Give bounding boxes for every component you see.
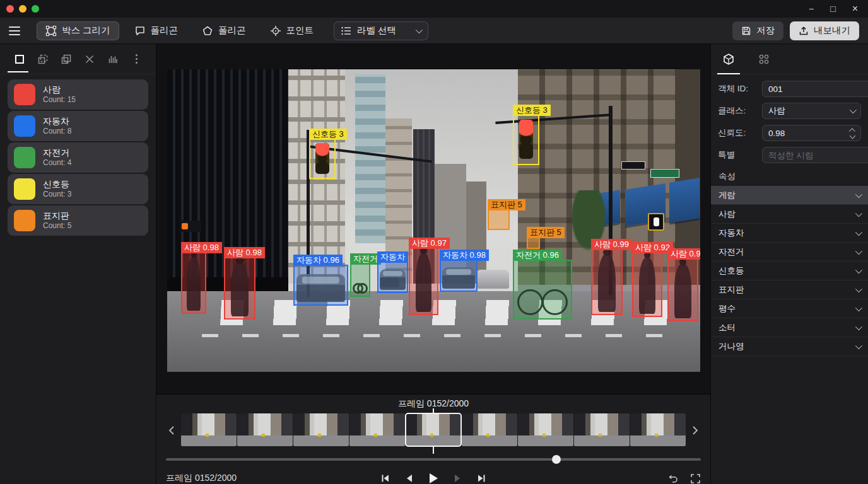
attribute-row-8[interactable]: 거나영 bbox=[711, 337, 868, 356]
bounding-box-자전거-11[interactable]: 자전거 0.96 bbox=[513, 260, 572, 320]
mac-zoom-icon[interactable] bbox=[32, 5, 39, 13]
special-input[interactable] bbox=[762, 147, 868, 163]
street-photo: 신호등 3신호등 3표지판 5표지판 5사람 0.98사람 0.98자동차 0.… bbox=[167, 69, 700, 372]
skip-start-button[interactable] bbox=[377, 470, 394, 484]
maximize-button[interactable]: □ bbox=[830, 4, 835, 13]
bounding-box-사람-14[interactable]: 사람 0.98 bbox=[667, 258, 698, 321]
person-shape bbox=[674, 263, 691, 318]
next-frame-button[interactable] bbox=[449, 470, 466, 484]
close-button[interactable]: × bbox=[852, 4, 858, 14]
object-id-input[interactable] bbox=[762, 81, 868, 97]
bounding-box-사람-5[interactable]: 사람 0.98 bbox=[224, 257, 255, 320]
frame-thumbnail-2[interactable] bbox=[293, 413, 349, 446]
save-button[interactable]: 저장 bbox=[732, 21, 783, 40]
tab-object[interactable] bbox=[711, 44, 746, 74]
class-item-2[interactable]: 자전거Count: 4 bbox=[8, 142, 148, 173]
frame-thumbnail-1[interactable] bbox=[237, 413, 293, 446]
box-label: 자전거 0.96 bbox=[513, 250, 562, 261]
label-select-dropdown[interactable]: 라벨 선택 bbox=[334, 21, 428, 40]
frame-thumbnail-3[interactable] bbox=[349, 413, 405, 446]
undo-icon[interactable] bbox=[668, 473, 679, 484]
previous-frame-button[interactable] bbox=[401, 470, 418, 484]
tool-draw-box[interactable]: 박스 그리기 bbox=[37, 21, 119, 40]
bounding-box-자동차-10[interactable]: 자동차 0.98 bbox=[440, 260, 478, 292]
bounding-box-사람-12[interactable]: 사람 0.99 bbox=[591, 249, 623, 315]
attribute-label: 사람 bbox=[718, 209, 736, 220]
class-item-0[interactable]: 사람Count: 15 bbox=[8, 79, 148, 110]
scrubber-track[interactable] bbox=[166, 458, 701, 461]
bounding-box-표지판-2[interactable]: 표지판 5 bbox=[488, 209, 510, 230]
tool-point[interactable]: 포인트 bbox=[261, 21, 323, 40]
bounding-box-신호등-1[interactable]: 신호등 3 bbox=[513, 115, 539, 165]
export-button[interactable]: 내보내기 bbox=[790, 21, 859, 40]
class-item-4[interactable]: 표지판Count: 5 bbox=[8, 205, 148, 236]
tab-cut[interactable] bbox=[78, 47, 101, 72]
scrubber[interactable] bbox=[166, 455, 701, 464]
confidence-stepper[interactable]: 0.98 bbox=[762, 125, 861, 141]
attribute-row-1[interactable]: 사람 bbox=[711, 205, 868, 224]
tab-copy[interactable] bbox=[31, 47, 54, 72]
menu-icon[interactable] bbox=[9, 23, 25, 39]
play-button[interactable] bbox=[425, 470, 442, 484]
filmstrip-next-icon[interactable] bbox=[689, 418, 701, 443]
scrubber-handle[interactable] bbox=[552, 455, 561, 464]
frame-thumbnail-6[interactable] bbox=[518, 413, 573, 446]
frame-thumbnail-7[interactable] bbox=[574, 413, 630, 446]
mac-close-icon[interactable] bbox=[6, 5, 14, 13]
attribute-label: 자동차 bbox=[718, 228, 744, 239]
frame-thumbnail-4[interactable] bbox=[406, 413, 461, 446]
bounding-box-자전거-7[interactable]: 자전거 bbox=[350, 263, 370, 297]
box-label: 표지판 5 bbox=[527, 227, 565, 238]
mac-minimize-icon[interactable] bbox=[19, 5, 26, 13]
bounding-box-사람-13[interactable]: 사람 0.92 bbox=[632, 252, 662, 317]
bounding-box-신호등-0[interactable]: 신호등 3 bbox=[309, 139, 336, 179]
class-item-3[interactable]: 신호등Count: 3 bbox=[8, 174, 148, 204]
tab-boxes[interactable] bbox=[8, 47, 31, 72]
box-label: 자동차 0.96 bbox=[293, 255, 343, 266]
attribute-row-5[interactable]: 표지판 bbox=[711, 280, 868, 299]
tab-stats[interactable] bbox=[101, 47, 124, 72]
minimize-button[interactable]: − bbox=[809, 4, 814, 13]
fullscreen-icon[interactable] bbox=[690, 473, 701, 484]
box-label: 사람 0.98 bbox=[181, 242, 222, 253]
attribute-label: 거나영 bbox=[718, 341, 744, 352]
tool-polygon-pentagon[interactable]: 폴리곤 bbox=[193, 21, 255, 40]
class-count: Count: 5 bbox=[43, 221, 71, 231]
bounding-box-사람-4[interactable]: 사람 0.98 bbox=[181, 252, 206, 314]
class-item-1[interactable]: 자동차Count: 8 bbox=[8, 111, 148, 141]
attribute-label: 신호등 bbox=[718, 265, 744, 277]
playback-controls bbox=[377, 470, 490, 484]
bounding-box-표지판-3[interactable]: 표지판 5 bbox=[527, 237, 540, 249]
inspector-tabs bbox=[711, 44, 868, 74]
thumbnail-strip bbox=[177, 413, 689, 447]
class-select[interactable]: 사람 bbox=[762, 103, 861, 119]
tab-groups[interactable] bbox=[746, 44, 782, 74]
bounding-box-사람-9[interactable]: 사람 0.97 bbox=[409, 248, 438, 315]
attribute-row-6[interactable]: 평수 bbox=[711, 299, 868, 318]
sidebar-tabs bbox=[0, 44, 156, 74]
tool-polygon-speech[interactable]: 폴리곤 bbox=[126, 21, 187, 40]
person-shape bbox=[187, 257, 201, 311]
box-label: 표지판 5 bbox=[488, 199, 525, 210]
attribute-row-7[interactable]: 소터 bbox=[711, 318, 868, 337]
tab-duplicate[interactable] bbox=[54, 47, 78, 72]
attribute-row-3[interactable]: 자전거 bbox=[711, 243, 868, 262]
annotation-app: − □ × 박스 그리기 폴리곤 폴리곤 bbox=[0, 0, 868, 484]
bounding-box-자동차-6[interactable]: 자동차 0.96 bbox=[293, 265, 348, 306]
frame-thumbnail-8[interactable] bbox=[630, 413, 686, 446]
attribute-label: 자전거 bbox=[718, 246, 744, 258]
frame-thumbnail-5[interactable] bbox=[462, 413, 517, 446]
more-options-icon[interactable] bbox=[125, 47, 148, 72]
filmstrip-prev-icon[interactable] bbox=[166, 418, 177, 443]
image-canvas[interactable]: 신호등 3신호등 3표지판 5표지판 5사람 0.98사람 0.98자동차 0.… bbox=[156, 44, 710, 394]
attribute-row-0[interactable]: 게람 bbox=[711, 186, 868, 205]
box-label: 사람 0.98 bbox=[224, 247, 265, 258]
bounding-box-자동차-8[interactable]: 자동차 bbox=[377, 262, 408, 293]
object-id-label: 객체 ID: bbox=[718, 83, 757, 95]
attribute-row-2[interactable]: 자동차 bbox=[711, 224, 868, 243]
frame-thumbnail-0[interactable] bbox=[181, 413, 237, 446]
attribute-row-4[interactable]: 신호등 bbox=[711, 262, 868, 280]
stepper-arrows-icon[interactable] bbox=[850, 129, 855, 138]
tool-label: 폴리곤 bbox=[218, 25, 246, 37]
skip-end-button[interactable] bbox=[473, 470, 490, 484]
